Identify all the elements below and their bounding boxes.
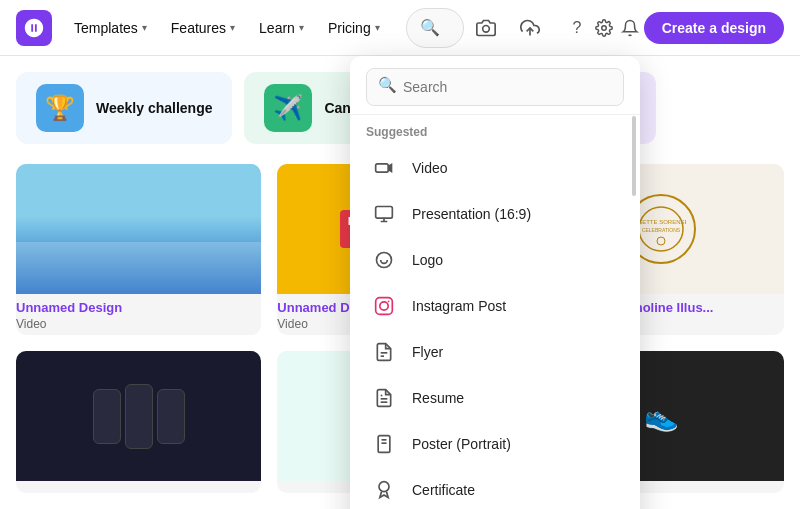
dropdown-search-wrap: 🔍	[350, 56, 640, 115]
svg-point-2	[601, 25, 606, 30]
camera-icon-button[interactable]	[468, 10, 504, 46]
dropdown-item-video[interactable]: Video	[350, 145, 640, 191]
chevron-down-icon: ▾	[142, 22, 147, 33]
svg-rect-14	[376, 298, 393, 315]
chevron-down-icon: ▾	[230, 22, 235, 33]
svg-point-0	[482, 25, 489, 32]
svg-point-25	[379, 482, 389, 492]
nav-links: Templates ▾ Features ▾ Learn ▾ Pricing ▾	[64, 14, 390, 42]
dropdown-search-input[interactable]	[366, 68, 624, 106]
design-title: Unnamed Design	[16, 294, 261, 317]
svg-text:ROSETTE SORENSEN: ROSETTE SORENSEN	[636, 219, 686, 225]
presentation-icon	[370, 200, 398, 228]
item-label: Presentation (16:9)	[412, 206, 531, 222]
dropdown-item-logo[interactable]: Logo	[350, 237, 640, 283]
chevron-down-icon: ▾	[375, 22, 380, 33]
video-icon	[370, 154, 398, 182]
challenge-icon: 🏆	[36, 84, 84, 132]
svg-point-6	[657, 237, 665, 245]
dropdown-item-instagram[interactable]: Instagram Post	[350, 283, 640, 329]
poster-icon	[370, 430, 398, 458]
dropdown-item-flyer[interactable]: Flyer	[350, 329, 640, 375]
phone-mock	[93, 389, 121, 444]
dropdown-item-presentation[interactable]: Presentation (16:9)	[350, 191, 640, 237]
svg-rect-9	[376, 207, 393, 219]
nav-templates[interactable]: Templates ▾	[64, 14, 157, 42]
nav-pricing[interactable]: Pricing ▾	[318, 14, 390, 42]
logo-icon	[370, 246, 398, 274]
chevron-down-icon: ▾	[299, 22, 304, 33]
nav-features[interactable]: Features ▾	[161, 14, 245, 42]
canva-logo[interactable]	[16, 10, 52, 46]
resume-icon	[370, 384, 398, 412]
weekly-challenge-label: Weekly challenge	[96, 100, 212, 116]
phone-mock	[125, 384, 153, 449]
weekly-challenge-card[interactable]: 🏆 Weekly challenge	[16, 72, 232, 144]
canva-basics-icon: ✈️	[264, 84, 312, 132]
dropdown-item-poster[interactable]: Poster (Portrait)	[350, 421, 640, 467]
design-type	[16, 489, 261, 493]
search-actions	[468, 10, 548, 46]
dropdown-items: Video Presentation (16:9) Logo	[350, 145, 640, 509]
create-design-button[interactable]: Create a design	[644, 12, 784, 44]
item-label: Video	[412, 160, 448, 176]
settings-icon-button[interactable]	[590, 10, 617, 46]
svg-rect-7	[376, 164, 389, 172]
navbar: Templates ▾ Features ▾ Learn ▾ Pricing ▾…	[0, 0, 800, 56]
flyer-icon	[370, 338, 398, 366]
item-label: Resume	[412, 390, 464, 406]
svg-point-12	[377, 253, 392, 268]
notifications-icon-button[interactable]	[617, 10, 644, 46]
dropdown-item-resume[interactable]: Resume	[350, 375, 640, 421]
design-card[interactable]	[16, 351, 261, 493]
phone-mock	[157, 389, 185, 444]
certificate-icon	[370, 476, 398, 504]
item-label: Logo	[412, 252, 443, 268]
svg-point-16	[388, 301, 390, 303]
dropdown-item-certificate[interactable]: Certificate	[350, 467, 640, 509]
suggested-label: Suggested	[350, 115, 640, 145]
search-dropdown: 🔍 Suggested Video Presentation (16:9)	[350, 56, 640, 509]
nav-learn[interactable]: Learn ▾	[249, 14, 314, 42]
upload-icon-button[interactable]	[512, 10, 548, 46]
scrollbar[interactable]	[632, 116, 636, 196]
search-bar: 🔍	[406, 8, 548, 48]
design-thumbnail	[16, 164, 261, 294]
svg-point-15	[380, 302, 388, 310]
design-card[interactable]: Unnamed Design Video	[16, 164, 261, 335]
item-label: Poster (Portrait)	[412, 436, 511, 452]
design-thumbnail	[16, 351, 261, 481]
item-label: Certificate	[412, 482, 475, 498]
search-input[interactable]	[406, 8, 464, 48]
design-title	[16, 481, 261, 489]
design-type: Video	[16, 317, 261, 335]
help-icon-button[interactable]: ?	[564, 10, 591, 46]
instagram-icon	[370, 292, 398, 320]
svg-text:CELEBRATIONS: CELEBRATIONS	[642, 227, 681, 233]
item-label: Flyer	[412, 344, 443, 360]
item-label: Instagram Post	[412, 298, 506, 314]
